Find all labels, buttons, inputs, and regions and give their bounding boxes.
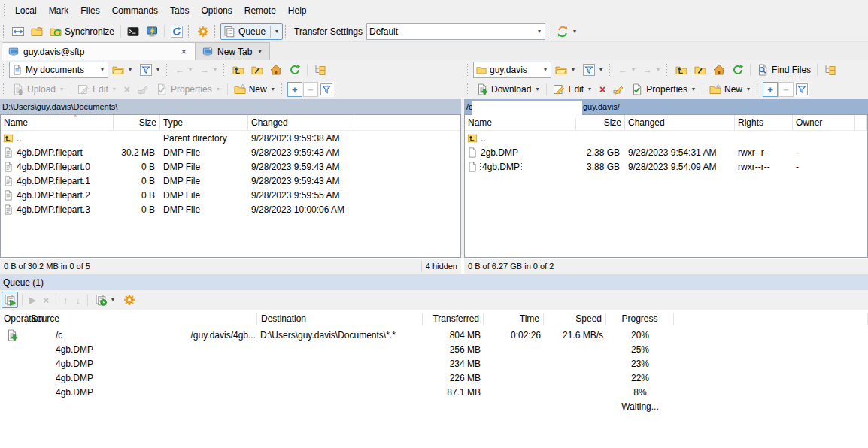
menu-local[interactable]: Local (9, 2, 43, 19)
remote-rename-button[interactable] (609, 80, 627, 98)
menu-options[interactable]: Options (195, 2, 238, 19)
queue-toggle-button[interactable]: Queue ▾ (220, 23, 283, 40)
menu-remote[interactable]: Remote (238, 2, 282, 19)
chevron-down-icon[interactable]: ▾ (536, 29, 542, 35)
column-header-type[interactable]: Type (160, 115, 248, 130)
chevron-down-icon[interactable]: ▾ (274, 29, 280, 35)
toolbar-grip[interactable] (666, 64, 670, 76)
queue-item-row[interactable]: 4gb.DMP 234 MB 23% (0, 356, 868, 371)
chevron-down-icon[interactable]: ▾ (110, 297, 116, 303)
refresh-button[interactable] (168, 23, 186, 41)
new-tab-button[interactable]: New Tab ▾ (196, 42, 270, 60)
column-header-operation[interactable]: Operation (0, 313, 27, 325)
swap-panels-button[interactable] (9, 23, 27, 41)
column-header-size[interactable]: Size (114, 115, 160, 130)
queue-preferences-button[interactable] (120, 291, 138, 309)
remote-back-button[interactable]: ←▾ (615, 62, 639, 78)
menu-tabs[interactable]: Tabs (164, 2, 195, 19)
chevron-down-icon[interactable]: ▾ (127, 67, 133, 73)
local-unselect-button[interactable]: − (303, 82, 318, 97)
chevron-down-icon[interactable]: ▾ (155, 67, 161, 73)
column-header-time[interactable]: Time (484, 313, 544, 325)
chevron-down-icon[interactable]: ▾ (99, 67, 105, 73)
local-forward-button[interactable]: →▾ (197, 62, 221, 78)
open-terminal-button[interactable] (124, 23, 142, 41)
local-delete-button[interactable]: × (121, 80, 133, 98)
file-row[interactable]: 4gb.DMP 3.88 GB 9/28/2023 9:54:09 AM rwx… (465, 159, 867, 174)
column-header-transferred[interactable]: Transferred (423, 313, 484, 325)
local-filter-button[interactable]: ▾ (137, 61, 164, 79)
column-header-destination[interactable]: Destination (257, 313, 423, 325)
file-row[interactable]: .. Parent directory 9/28/2023 9:59:38 AM (1, 131, 460, 145)
queue-item-row[interactable]: Waiting... (0, 399, 868, 413)
queue-item-row[interactable]: 4gb.DMP 226 MB 22% (0, 371, 868, 385)
file-row[interactable]: .. (465, 131, 867, 145)
local-path-bar[interactable]: D:\Users\guy.davis\Documents\ (0, 99, 461, 114)
toolbar-grip[interactable] (3, 64, 7, 76)
preferences-button[interactable] (194, 23, 212, 41)
remote-path-bar[interactable]: /c guy.davis/ (464, 99, 868, 114)
toolbar-grip[interactable] (3, 83, 7, 95)
queue-show-button[interactable] (2, 292, 18, 308)
close-tab-icon[interactable]: × (178, 46, 189, 57)
queue-move-up-button[interactable]: ↑ (60, 295, 71, 306)
upload-button[interactable]: Upload▾ (9, 80, 68, 98)
toolbar-grip[interactable] (188, 25, 192, 38)
remote-edit-button[interactable]: Edit▾ (550, 80, 596, 98)
chevron-down-icon[interactable]: ▾ (256, 49, 263, 55)
queue-item-row[interactable]: /c/guy.davis/4gb... D:\Users\guy.davis\D… (0, 328, 868, 342)
menu-commands[interactable]: Commands (106, 2, 164, 19)
local-parent-directory-button[interactable] (229, 61, 247, 79)
toolbar-grip[interactable] (3, 25, 7, 38)
remote-selection-filter-button[interactable] (794, 82, 809, 97)
toolbar-grip[interactable] (609, 64, 613, 76)
file-row[interactable]: 2gb.DMP 2.38 GB 9/28/2023 9:54:31 AM rwx… (465, 145, 867, 159)
remote-directory-tree-button[interactable] (821, 61, 839, 79)
local-properties-button[interactable]: Properties▾ (153, 80, 224, 98)
local-selection-filter-button[interactable] (319, 82, 334, 97)
local-open-directory-button[interactable]: ▾ (109, 61, 136, 79)
column-header-changed[interactable]: Changed (625, 115, 735, 130)
queue-move-down-button[interactable]: ↓ (73, 295, 84, 306)
transfer-options-button[interactable]: ▾ (554, 23, 581, 41)
chevron-down-icon[interactable]: ▾ (542, 67, 548, 73)
transfer-settings-combo[interactable]: Default ▾ (366, 23, 545, 40)
remote-open-directory-button[interactable]: ▾ (552, 61, 579, 79)
queue-idle-options-button[interactable]: ▾ (92, 291, 119, 309)
chevron-down-icon[interactable]: ▾ (570, 67, 576, 73)
toolbar-grip[interactable] (223, 64, 227, 76)
column-header-owner[interactable]: Owner (793, 115, 855, 130)
download-button[interactable]: Download▾ (473, 80, 543, 98)
toolbar-grip[interactable] (4, 4, 8, 17)
menu-help[interactable]: Help (282, 2, 313, 19)
remote-properties-button[interactable]: Properties▾ (628, 80, 700, 98)
file-row[interactable]: 4gb.DMP.filepart 30.2 MB DMP File 9/28/2… (1, 145, 460, 159)
local-root-directory-button[interactable] (248, 61, 266, 79)
remote-delete-button[interactable]: × (596, 80, 609, 98)
queue-resume-button[interactable]: ▶ (26, 295, 38, 305)
queue-item-row[interactable]: 4gb.DMP 87.1 MB 8% (0, 385, 868, 399)
column-header-name[interactable]: Name (1, 115, 114, 130)
toolbar-grip[interactable] (548, 25, 551, 38)
file-row[interactable]: 4gb.DMP.filepart.1 0 B DMP File 9/28/202… (1, 174, 460, 188)
file-row[interactable]: 4gb.DMP.filepart.3 0 B DMP File 9/28/202… (1, 202, 460, 216)
toolbar-grip[interactable] (166, 64, 170, 76)
remote-unselect-button[interactable]: − (778, 82, 794, 97)
local-edit-button[interactable]: Edit▾ (74, 80, 120, 98)
file-row[interactable]: 4gb.DMP.filepart.2 0 B DMP File 9/28/202… (1, 188, 460, 202)
local-hidden-count[interactable]: 4 hidden (422, 260, 461, 273)
remote-new-button[interactable]: New▾ (706, 80, 754, 98)
column-header-progress[interactable]: Progress (606, 313, 674, 325)
column-header-size[interactable]: Size (576, 115, 625, 130)
chevron-down-icon[interactable]: ▾ (598, 67, 604, 73)
menu-files[interactable]: Files (74, 2, 105, 19)
column-header-rights[interactable]: Rights (735, 115, 793, 130)
local-directory-tree-button[interactable] (311, 61, 329, 79)
remote-filter-button[interactable]: ▾ (580, 61, 607, 79)
remote-parent-directory-button[interactable] (672, 61, 690, 79)
remote-root-directory-button[interactable] (691, 61, 709, 79)
local-refresh-button[interactable] (286, 61, 304, 79)
new-session-button[interactable] (143, 23, 161, 41)
local-new-button[interactable]: New▾ (231, 80, 279, 98)
column-header-source[interactable]: Source (27, 313, 257, 325)
